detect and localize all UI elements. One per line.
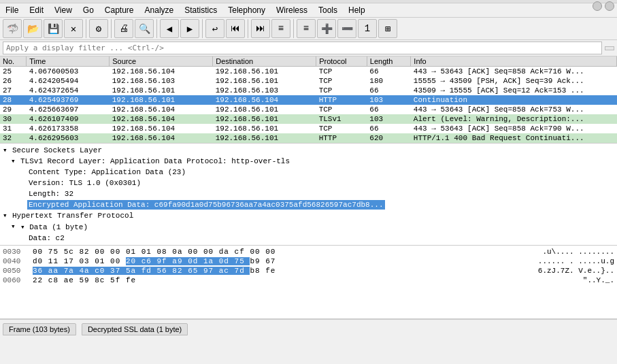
detail-item-version: Version: TLS 1.0 (0x0301)	[3, 178, 614, 188]
menu-item-tools[interactable]: Tools	[313, 4, 343, 16]
cell-destination: 192.168.56.101	[213, 67, 316, 77]
cell-info: Continuation	[411, 95, 617, 105]
cell-length: 620	[367, 133, 411, 143]
close-icon[interactable]: ✕	[64, 19, 83, 38]
cell-info: 443 → 53643 [ACK] Seq=858 Ack=753 W...	[411, 105, 617, 114]
tree-toggle-data-node[interactable]: ▾	[11, 222, 19, 231]
cell-source: 192.168.56.101	[110, 86, 213, 95]
zoom-out-icon[interactable]: ➖	[337, 19, 356, 38]
cell-info: 443 → 53643 [ACK] Seq=858 Ack=716 W...	[411, 67, 617, 77]
cell-no: 28	[0, 95, 27, 105]
tree-toggle-tlsv1-record[interactable]: ▾	[11, 156, 19, 165]
back-icon[interactable]: ◀	[160, 19, 179, 38]
tree-toggle-http[interactable]: ▾	[3, 211, 11, 220]
cell-source: 192.168.56.104	[110, 114, 213, 124]
detail-section-secure-sockets[interactable]: ▾Secure Sockets Layer	[3, 145, 614, 156]
table-row[interactable]: 304.626107409192.168.56.104192.168.56.10…	[0, 114, 617, 124]
table-row[interactable]: 324.626295603192.168.56.104192.168.56.10…	[0, 133, 617, 143]
cell-destination: 192.168.56.103	[213, 86, 316, 95]
goto-icon[interactable]: ↩	[205, 19, 224, 38]
col-header-info[interactable]: Info	[411, 56, 617, 67]
hex-offset: 0050	[3, 267, 27, 275]
status-tab-0[interactable]: Frame (103 bytes)	[3, 323, 76, 335]
detail-label-tlsv1-record: TLSv1 Record Layer: Application Data Pro…	[19, 156, 291, 166]
toolbar-sep-4	[86, 19, 86, 38]
menu-item-edit[interactable]: Edit	[24, 4, 49, 16]
hex-bytes: d0 11 17 03 01 00 20 c6 9f a9 0d 1a 0d 7…	[33, 257, 533, 265]
table-row[interactable]: 254.067600503192.168.56.104192.168.56.10…	[0, 67, 617, 77]
hex-offset: 0040	[3, 257, 27, 265]
detail-section-tlsv1-record[interactable]: ▾TLSv1 Record Layer: Application Data Pr…	[3, 156, 614, 167]
status-tab-1[interactable]: Decrypted SSL data (1 byte)	[82, 323, 188, 335]
expression-button[interactable]	[605, 46, 614, 50]
shark-icon[interactable]: 🦈	[3, 19, 22, 38]
detail-panel[interactable]: ▾Secure Sockets Layer▾TLSv1 Record Layer…	[0, 144, 617, 246]
col-header-destination[interactable]: Destination	[213, 56, 316, 67]
col-header-time[interactable]: Time	[27, 56, 110, 67]
cell-length: 180	[367, 76, 411, 86]
titlebar	[0, 0, 617, 3]
print-icon[interactable]: 🖨	[114, 19, 133, 38]
filterbar	[0, 40, 617, 56]
autoscroll-icon[interactable]: ≡	[271, 19, 290, 38]
zoom-reset-icon[interactable]: 1	[358, 19, 377, 38]
first-icon[interactable]: ⏮	[226, 19, 245, 38]
cell-no: 31	[0, 124, 27, 133]
detail-section-data-node[interactable]: ▾▾ Data (1 byte)	[3, 221, 614, 233]
menu-item-file[interactable]: File	[0, 4, 24, 16]
table-row[interactable]: 284.625493769192.168.56.101192.168.56.10…	[0, 95, 617, 105]
col-header-protocol[interactable]: Protocol	[316, 56, 367, 67]
open-icon[interactable]: 📂	[23, 19, 42, 38]
cell-time: 4.624372654	[27, 86, 110, 95]
tree-toggle-secure-sockets[interactable]: ▾	[3, 146, 11, 154]
forward-icon[interactable]: ▶	[180, 19, 199, 38]
table-row[interactable]: 274.624372654192.168.56.101192.168.56.10…	[0, 86, 617, 95]
cell-info: HTTP/1.1 400 Bad Request Continuati...	[411, 133, 617, 143]
hex-bytes: 36 aa 7a 4a c0 37 5a fd 56 82 65 97 ac 7…	[33, 267, 533, 275]
save-icon[interactable]: 💾	[44, 19, 63, 38]
toolbar-sep-13	[293, 19, 294, 38]
table-row[interactable]: 314.626173358192.168.56.104192.168.56.10…	[0, 124, 617, 133]
coloring-icon[interactable]: ≡	[297, 19, 316, 38]
zoom-in-icon[interactable]: ➕	[317, 19, 336, 38]
col-header-no[interactable]: No.	[0, 56, 27, 67]
cell-no: 27	[0, 86, 27, 95]
menu-item-wireless[interactable]: Wireless	[271, 4, 313, 16]
cell-source: 192.168.56.103	[110, 76, 213, 86]
hex-bytes: 00 75 5c 82 00 00 01 01 08 0a 00 00 da c…	[33, 248, 537, 256]
minimize-button[interactable]	[593, 1, 602, 11]
table-row[interactable]: 294.625663697192.168.56.104192.168.56.10…	[0, 105, 617, 114]
detail-value-encrypted: Encrypted Application Data: c69fa90d1a0d…	[27, 200, 385, 210]
table-body: 254.067600503192.168.56.104192.168.56.10…	[0, 67, 617, 144]
packet-table-container[interactable]: No.TimeSourceDestinationProtocolLengthIn…	[0, 56, 617, 144]
hex-ascii: 6.zJ.7Z. V.e..}..	[538, 267, 614, 275]
cell-length: 103	[367, 95, 411, 105]
menu-item-help[interactable]: Help	[343, 4, 371, 16]
menu-item-capture[interactable]: Capture	[99, 4, 139, 16]
layout-icon[interactable]: ⊞	[378, 19, 397, 38]
col-header-length[interactable]: Length	[367, 56, 411, 67]
close-button[interactable]	[605, 1, 614, 11]
menu-item-go[interactable]: Go	[78, 4, 99, 16]
cell-info: 43509 → 15555 [ACK] Seq=12 Ack=153 ...	[411, 86, 617, 95]
filter-input[interactable]	[3, 42, 602, 54]
menu-item-view[interactable]: View	[49, 4, 78, 16]
col-header-source[interactable]: Source	[110, 56, 213, 67]
menu-item-statistics[interactable]: Statistics	[179, 4, 222, 16]
hex-bytes: 22 c8 ae 59 8c 5f fe	[33, 276, 578, 284]
find-icon[interactable]: 🔍	[135, 19, 154, 38]
last-icon[interactable]: ⏭	[251, 19, 270, 38]
cell-info: Alert (Level: Warning, Description:...	[411, 114, 617, 124]
menu-item-analyze[interactable]: Analyze	[139, 4, 180, 16]
cell-no: 29	[0, 105, 27, 114]
cell-no: 30	[0, 114, 27, 124]
table-row[interactable]: 264.624205494192.168.56.103192.168.56.10…	[0, 76, 617, 86]
cell-source: 192.168.56.104	[110, 67, 213, 77]
reload-icon[interactable]: ⚙	[89, 19, 108, 38]
menu-item-telephony[interactable]: Telephony	[222, 4, 271, 16]
detail-section-http[interactable]: ▾Hypertext Transfer Protocol	[3, 210, 614, 221]
hex-ascii: ...... . .....u.g	[538, 257, 614, 265]
detail-label-secure-sockets: Secure Sockets Layer	[11, 146, 103, 155]
hex-panel[interactable]: 003000 75 5c 82 00 00 01 01 08 0a 00 00 …	[0, 246, 617, 319]
hex-row: 005036 aa 7a 4a c0 37 5a fd 56 82 65 97 …	[3, 266, 614, 276]
